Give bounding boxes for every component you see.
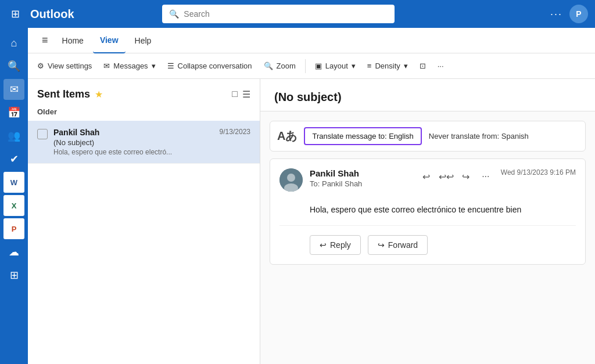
toolbar-collapse[interactable]: ☰ Collapse conversation: [163, 58, 257, 74]
reply-button[interactable]: ↩ Reply: [310, 235, 361, 255]
search-icon: 🔍: [169, 9, 179, 19]
folder-name: Sent Items: [37, 88, 90, 100]
to-label: To:: [310, 179, 320, 188]
mail-icon: ✉: [103, 62, 110, 70]
layout-icon: ▣: [315, 62, 322, 70]
toolbar-density[interactable]: ≡ Density ▾: [363, 58, 413, 74]
toolbar-messages-label: Messages: [113, 62, 148, 70]
email-sender: Pankil Shah: [53, 128, 214, 137]
sidebar-item-powerpoint[interactable]: P: [3, 218, 24, 239]
sidebar-item-excel[interactable]: X: [3, 195, 24, 216]
forward-icon-button[interactable]: ↪: [458, 168, 474, 185]
nav-item-help[interactable]: Help: [128, 28, 159, 53]
message-footer: ↩ Reply ↪ Forward: [279, 225, 576, 255]
sidebar-item-word[interactable]: W: [3, 172, 24, 193]
reply-icon-button[interactable]: ↩: [418, 168, 435, 185]
sidebar-item-home[interactable]: ⌂: [3, 33, 24, 53]
density-icon: ≡: [367, 62, 372, 70]
reading-pane-body: Aあ Translate message to: English Never t…: [260, 111, 595, 364]
avatar[interactable]: P: [569, 5, 588, 23]
message-to: To: Pankil Shah: [310, 179, 411, 188]
toolbar-zoom-label: Zoom: [277, 62, 296, 70]
top-bar-more-button[interactable]: ···: [550, 8, 562, 20]
email-date: 9/13/2023: [220, 128, 250, 136]
chevron-down-icon-2: ▾: [352, 62, 356, 70]
sidebar-item-people[interactable]: 👥: [3, 125, 24, 146]
forward-button[interactable]: ↪ Forward: [368, 235, 428, 255]
toolbar-view-icon[interactable]: ⊡: [415, 58, 431, 74]
reply-all-icon-button[interactable]: ↩↩: [438, 168, 454, 185]
gear-icon: ⚙: [37, 62, 44, 70]
chevron-down-icon-3: ▾: [404, 62, 408, 70]
main-layout: ⌂ 🔍 ✉ 📅 👥 ✔ W X P ☁ ⊞ ≡ Home View Help ⚙…: [0, 28, 595, 364]
nav-item-home[interactable]: Home: [55, 28, 91, 53]
folder-star-icon[interactable]: ★: [95, 89, 103, 100]
collapse-icon: ☰: [167, 62, 174, 70]
sender-avatar-svg: [279, 168, 303, 192]
forward-button-icon: ↪: [378, 240, 385, 250]
search-bar[interactable]: 🔍: [162, 5, 395, 23]
nav-bar: ≡ Home View Help: [28, 28, 595, 53]
reply-button-label: Reply: [330, 240, 351, 250]
email-subject: (No subject): [53, 138, 214, 147]
toolbar-layout[interactable]: ▣ Layout ▾: [310, 58, 360, 74]
sidebar: ⌂ 🔍 ✉ 📅 👥 ✔ W X P ☁ ⊞: [0, 28, 28, 364]
email-preview: Hola, espero que este correo electró...: [53, 148, 214, 156]
to-name-value: Pankil Shah: [322, 179, 362, 188]
forward-button-label: Forward: [388, 240, 418, 250]
sidebar-item-onedrive[interactable]: ☁: [3, 242, 24, 262]
toolbar: ⚙ View settings ✉ Messages ▾ ☰ Collapse …: [28, 53, 595, 79]
chevron-down-icon: ▾: [152, 62, 156, 70]
email-message-card: Pankil Shah To: Pankil Shah ↩ ↩↩: [270, 158, 586, 265]
toolbar-divider-1: [305, 59, 306, 73]
filter-icon[interactable]: ☰: [242, 89, 250, 100]
message-more-button[interactable]: ···: [478, 168, 494, 185]
zoom-icon: 🔍: [264, 62, 273, 70]
sidebar-item-todo[interactable]: ✔: [3, 149, 24, 170]
sidebar-item-calendar[interactable]: 📅: [3, 102, 24, 123]
waffle-icon[interactable]: ⊞: [7, 6, 23, 22]
email-list-icons: □ ☰: [232, 89, 250, 100]
translate-icon: Aあ: [277, 128, 297, 144]
sender-avatar: [279, 168, 303, 192]
toolbar-zoom[interactable]: 🔍 Zoom: [259, 58, 300, 74]
message-actions: ↩ ↩↩ ↪ ···: [418, 168, 494, 185]
email-item[interactable]: Pankil Shah (No subject) Hola, espero qu…: [28, 121, 260, 164]
top-bar: ⊞ Outlook 🔍 ··· P: [0, 0, 595, 28]
email-item-body: Pankil Shah (No subject) Hola, espero qu…: [53, 128, 214, 156]
toolbar-more-button[interactable]: ···: [433, 58, 449, 74]
app-title: Outlook: [30, 8, 74, 21]
view-icon: ⊡: [420, 62, 426, 70]
content-split: Sent Items ★ □ ☰ Older Pankil Shah (No s…: [28, 79, 595, 364]
toolbar-messages[interactable]: ✉ Messages ▾: [99, 58, 160, 74]
message-meta: Pankil Shah To: Pankil Shah: [310, 168, 411, 188]
nav-hamburger-button[interactable]: ≡: [37, 32, 53, 49]
toolbar-view-settings-label: View settings: [48, 62, 92, 70]
search-input[interactable]: [184, 9, 388, 19]
more-icon: ···: [438, 62, 444, 70]
nav-item-view[interactable]: View: [93, 28, 126, 53]
toolbar-view-settings[interactable]: ⚙ View settings: [33, 58, 96, 74]
sidebar-item-mail[interactable]: ✉: [3, 79, 24, 100]
never-translate-label: Never translate from: Spanish: [429, 132, 529, 140]
translate-to-english-button[interactable]: Translate message to: English: [304, 127, 421, 145]
toolbar-layout-label: Layout: [325, 62, 348, 70]
email-section-label: Older: [28, 105, 260, 121]
toolbar-collapse-label: Collapse conversation: [178, 62, 252, 70]
reading-pane: (No subject) Aあ Translate message to: En…: [260, 79, 595, 364]
email-message-header: Pankil Shah To: Pankil Shah ↩ ↩↩: [279, 168, 576, 192]
sidebar-item-apps[interactable]: ⊞: [3, 265, 24, 286]
email-list-header: Sent Items ★ □ ☰: [28, 79, 260, 105]
message-sender-name: Pankil Shah: [310, 168, 411, 178]
main-content: ≡ Home View Help ⚙ View settings ✉ Messa…: [28, 28, 595, 364]
email-checkbox[interactable]: [37, 129, 48, 139]
reading-pane-icon[interactable]: □: [232, 89, 238, 100]
svg-point-1: [287, 174, 295, 182]
reply-button-icon: ↩: [320, 240, 327, 250]
translate-bar: Aあ Translate message to: English Never t…: [270, 121, 586, 152]
sidebar-item-search[interactable]: 🔍: [3, 56, 24, 77]
toolbar-density-label: Density: [375, 62, 400, 70]
sender-avatar-inner: [279, 168, 303, 192]
email-list-panel: Sent Items ★ □ ☰ Older Pankil Shah (No s…: [28, 79, 260, 364]
message-date: Wed 9/13/2023 9:16 PM: [501, 168, 576, 176]
